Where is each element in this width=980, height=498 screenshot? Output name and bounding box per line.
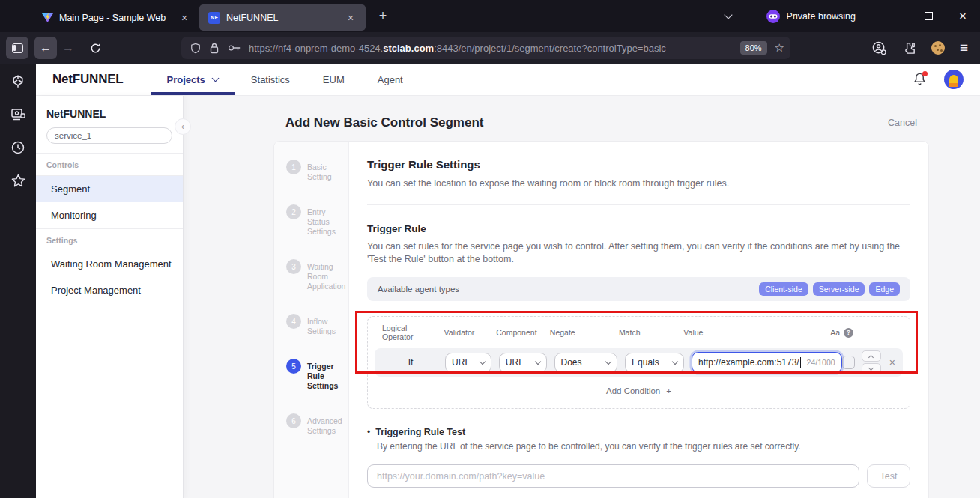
sidebar-item-project-management[interactable]: Project Management [36, 277, 183, 303]
sidebar-item-monitoring[interactable]: Monitoring [36, 202, 183, 229]
forward-button[interactable]: → [57, 37, 79, 59]
history-clock-icon[interactable] [7, 137, 28, 158]
app-menu-icon[interactable]: ≡ [960, 40, 968, 56]
shield-icon[interactable] [190, 43, 201, 54]
case-sensitivity-column-label: Aa [830, 328, 840, 337]
netfunnel-favicon: NF [208, 12, 220, 24]
badge-client-side: Client-side [759, 282, 808, 296]
chevron-down-icon [211, 74, 219, 82]
notification-bell-button[interactable] [913, 72, 928, 87]
tab-close-icon[interactable]: × [177, 10, 192, 25]
match-dropdown[interactable]: Equals [625, 353, 684, 373]
step-inflow-settings[interactable]: 4 Inflow Settings [286, 314, 348, 336]
step-waiting-room-application[interactable]: 3 Waiting Room Application [286, 259, 348, 291]
nav-statistics[interactable]: Statistics [235, 64, 306, 95]
test-section-heading: Triggering Rule Test [375, 427, 465, 437]
maximize-button[interactable] [911, 0, 946, 32]
reload-button[interactable] [84, 37, 106, 59]
synced-tabs-icon[interactable] [7, 104, 28, 125]
sidebar-collapse-button[interactable]: ‹ [175, 118, 191, 135]
private-mask-icon [766, 9, 781, 24]
firefox-sidebar-strip [0, 64, 36, 498]
rule-column-headers: Logical Operator Validator Component Neg… [375, 324, 903, 341]
new-tab-button[interactable]: + [373, 8, 393, 24]
trigger-rule-description: You can set rules for the service page y… [367, 240, 907, 266]
remove-condition-button[interactable]: × [889, 356, 895, 368]
app-nav: Projects Statistics EUM Agent [151, 64, 420, 95]
available-agent-types-bar: Available agent types Client-side Server… [367, 277, 910, 301]
wizard-stepper: 1 Basic Setting 2 Entry Status Settings … [274, 142, 349, 498]
back-button[interactable]: ← [34, 37, 57, 59]
section-description: You can set the location to expose the w… [367, 177, 910, 190]
component-dropdown[interactable]: URL [499, 353, 547, 373]
test-url-input[interactable] [367, 464, 859, 488]
triggering-rule-test-section: • Triggering Rule Test By entering the U… [367, 427, 910, 488]
bookmark-star-icon[interactable]: ☆ [775, 41, 784, 55]
divider [367, 204, 910, 205]
move-down-button[interactable] [862, 363, 881, 374]
move-up-button[interactable] [862, 350, 881, 362]
account-icon[interactable] [871, 40, 887, 56]
user-avatar[interactable] [944, 70, 964, 89]
trigger-rule-builder: Logical Operator Validator Component Neg… [367, 316, 910, 409]
badge-edge: Edge [869, 282, 900, 296]
text-cursor [800, 357, 802, 368]
case-sensitive-checkbox[interactable] [842, 356, 855, 369]
nav-agent[interactable]: Agent [361, 64, 420, 95]
agent-types-label: Available agent types [378, 285, 459, 294]
service-select[interactable]: service_1 [46, 127, 172, 144]
back-icon: ← [40, 41, 52, 55]
app-logo[interactable]: NetFUNNEL [52, 72, 124, 87]
step-basic-setting[interactable]: 1 Basic Setting [286, 160, 348, 182]
step-connector [294, 294, 348, 312]
browser-tab-bar: Main Page - Sample Web × NF NetFUNNEL × … [0, 0, 980, 32]
lock-icon[interactable] [210, 43, 219, 54]
wizard-card: 1 Basic Setting 2 Entry Status Settings … [273, 141, 929, 498]
test-section-description: By entering the URL of the service page … [377, 441, 910, 452]
nav-eum[interactable]: EUM [306, 64, 361, 95]
rule-conditions-container: Logical Operator Validator Component Neg… [367, 316, 910, 409]
app-header: NetFUNNEL Projects Statistics EUM Agent [36, 64, 980, 96]
step-trigger-rule-settings[interactable]: 5 Trigger Rule Settings [286, 359, 348, 391]
window-controls-area: Private browsing × [725, 0, 980, 32]
key-icon[interactable] [228, 43, 241, 52]
close-window-button[interactable]: × [946, 0, 980, 32]
validator-dropdown[interactable]: URL [445, 353, 491, 373]
sidebar-project-title: NetFUNNEL [46, 108, 172, 120]
sidebar-item-segment[interactable]: Segment [36, 176, 183, 202]
cookie-extension-icon[interactable] [931, 41, 945, 55]
app-sidebar: NetFUNNEL service_1 Controls Segment Mon… [36, 96, 184, 498]
value-input[interactable]: http://example.com:5173/ 24/1000 [692, 352, 842, 373]
rule-condition-row: If URL URL Does [375, 348, 903, 377]
plus-icon: + [666, 386, 671, 395]
test-button[interactable]: Test [867, 464, 910, 488]
sidebar-toggle-button[interactable] [6, 37, 28, 59]
nav-projects[interactable]: Projects [151, 64, 235, 95]
cancel-button[interactable]: Cancel [888, 118, 917, 128]
sidebar-item-waiting-room-management[interactable]: Waiting Room Management [36, 251, 183, 277]
vite-logo-icon [42, 12, 53, 23]
sidebar-section-controls: Controls [36, 154, 183, 175]
url-bar[interactable]: https://nf4-onprem-demo-4524.stclab.com:… [181, 37, 790, 59]
step-connector [294, 338, 348, 356]
minimize-button[interactable] [877, 0, 911, 32]
tab-close-icon[interactable]: × [343, 10, 358, 25]
tab-netfunnel[interactable]: NF NetFUNNEL × [199, 4, 366, 31]
sidebar-section-settings: Settings [36, 229, 183, 251]
extensions-puzzle-icon[interactable] [902, 41, 916, 55]
chatgpt-sidebar-icon[interactable] [7, 71, 28, 92]
notification-dot [922, 71, 928, 76]
tab-title: NetFUNNEL [226, 13, 337, 23]
toolbar-right-icons: ≡ [871, 40, 974, 56]
private-browsing-label: Private browsing [787, 11, 856, 22]
negate-dropdown[interactable]: Does [554, 353, 618, 373]
bookmarks-star-icon[interactable] [7, 170, 28, 191]
zoom-level-badge[interactable]: 80% [740, 41, 767, 55]
step-advanced-settings[interactable]: 6 Advanced Settings [286, 413, 348, 436]
bullet-icon: • [367, 427, 370, 437]
tab-main-page[interactable]: Main Page - Sample Web × [33, 4, 199, 31]
step-entry-status-settings[interactable]: 2 Entry Status Settings [286, 204, 348, 237]
list-all-tabs-icon[interactable] [724, 10, 732, 19]
add-condition-button[interactable]: Add Condition + [375, 380, 903, 402]
help-icon[interactable]: ? [844, 328, 853, 338]
